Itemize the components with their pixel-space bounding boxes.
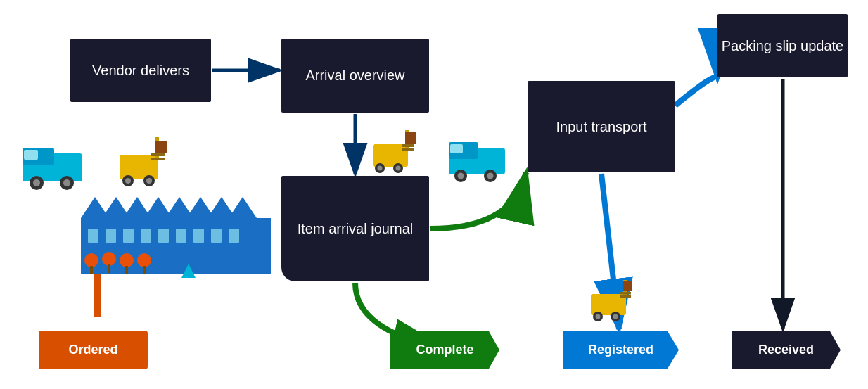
- svg-marker-29: [123, 197, 151, 218]
- svg-point-76: [611, 312, 620, 321]
- svg-point-23: [125, 178, 131, 184]
- svg-rect-49: [108, 264, 110, 273]
- svg-point-45: [102, 252, 116, 266]
- svg-rect-17: [120, 155, 158, 179]
- svg-point-58: [375, 163, 385, 173]
- svg-point-66: [458, 173, 464, 179]
- svg-marker-28: [102, 197, 130, 218]
- svg-point-16: [63, 179, 70, 186]
- svg-point-47: [137, 253, 151, 267]
- svg-rect-73: [623, 281, 632, 291]
- svg-marker-33: [208, 197, 236, 218]
- vendor-delivers-box: Vendor delivers: [70, 39, 211, 102]
- svg-rect-35: [88, 229, 98, 243]
- svg-rect-70: [623, 280, 627, 298]
- input-transport-box: Input transport: [528, 81, 675, 172]
- svg-rect-12: [24, 150, 38, 160]
- svg-marker-27: [81, 197, 109, 218]
- svg-rect-37: [123, 229, 134, 243]
- svg-marker-9: [81, 218, 113, 243]
- item-arrival-journal-label: Item arrival journal: [298, 221, 414, 237]
- svg-point-65: [454, 170, 467, 182]
- svg-rect-56: [402, 148, 414, 151]
- svg-point-59: [378, 166, 383, 171]
- registered-label: Registered: [563, 331, 679, 369]
- svg-point-13: [30, 176, 44, 190]
- svg-rect-21: [155, 141, 167, 153]
- arrival-overview-box: Arrival overview: [281, 39, 429, 113]
- received-label: Received: [732, 331, 841, 369]
- svg-rect-36: [106, 229, 116, 243]
- svg-marker-52: [181, 264, 196, 278]
- svg-marker-30: [144, 197, 172, 218]
- svg-rect-42: [211, 229, 222, 243]
- svg-point-25: [146, 178, 152, 184]
- svg-rect-71: [620, 292, 631, 295]
- input-transport-label: Input transport: [556, 119, 647, 135]
- svg-rect-26: [81, 218, 271, 274]
- svg-marker-31: [165, 197, 193, 218]
- svg-rect-57: [405, 132, 416, 144]
- svg-rect-43: [229, 229, 239, 243]
- svg-rect-63: [449, 142, 478, 159]
- svg-point-61: [396, 166, 401, 171]
- svg-line-6: [601, 174, 619, 329]
- svg-rect-62: [449, 148, 505, 174]
- ordered-label: Ordered: [39, 331, 148, 369]
- svg-point-60: [393, 163, 403, 173]
- svg-rect-64: [450, 144, 463, 153]
- svg-rect-39: [158, 229, 169, 243]
- svg-marker-34: [229, 197, 257, 218]
- complete-label: Complete: [390, 331, 499, 369]
- svg-rect-18: [155, 137, 159, 158]
- svg-point-14: [33, 179, 40, 186]
- svg-rect-51: [143, 266, 146, 274]
- svg-rect-50: [125, 266, 128, 274]
- svg-rect-54: [405, 130, 409, 148]
- svg-rect-19: [151, 153, 165, 156]
- svg-point-67: [484, 170, 497, 182]
- svg-rect-10: [23, 153, 82, 181]
- svg-rect-11: [23, 148, 54, 165]
- item-arrival-journal-box: Item arrival journal: [281, 176, 429, 281]
- svg-rect-41: [193, 229, 204, 243]
- diagram: Vendor delivers Arrival overview Item ar…: [0, 0, 868, 389]
- svg-point-75: [596, 314, 601, 319]
- svg-point-68: [487, 173, 494, 179]
- packing-slip-label: Packing slip update: [722, 38, 843, 54]
- svg-rect-48: [90, 266, 93, 274]
- svg-rect-38: [141, 229, 151, 243]
- svg-point-24: [143, 175, 155, 186]
- svg-rect-69: [591, 294, 626, 315]
- svg-point-77: [613, 314, 618, 319]
- svg-point-74: [593, 312, 603, 321]
- svg-rect-55: [402, 144, 414, 147]
- svg-marker-32: [186, 197, 215, 218]
- svg-point-22: [122, 175, 134, 186]
- svg-point-46: [120, 253, 134, 267]
- svg-rect-40: [176, 229, 186, 243]
- svg-rect-20: [151, 158, 165, 160]
- svg-rect-72: [620, 295, 631, 298]
- arrival-overview-label: Arrival overview: [305, 68, 404, 84]
- vendor-delivers-label: Vendor delivers: [92, 63, 189, 79]
- svg-point-44: [84, 253, 98, 267]
- packing-slip-box: Packing slip update: [717, 14, 848, 77]
- svg-rect-53: [373, 144, 408, 167]
- svg-point-15: [60, 176, 74, 190]
